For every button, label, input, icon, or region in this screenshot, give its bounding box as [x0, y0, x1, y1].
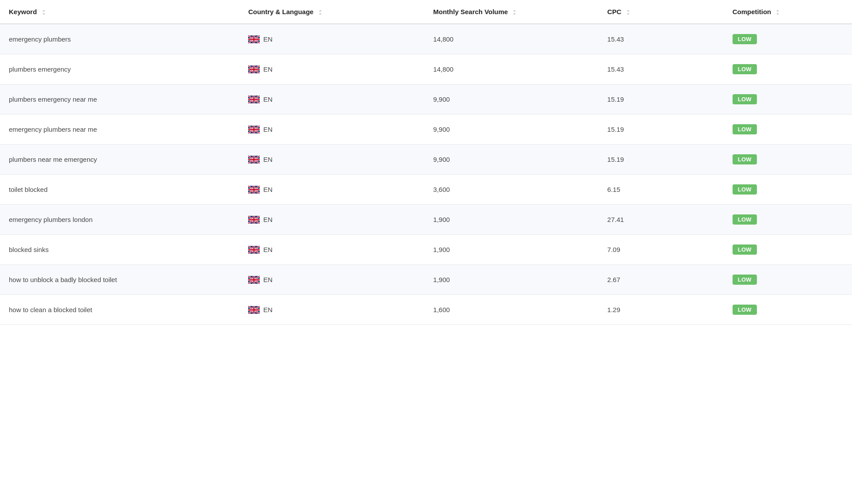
cell-cpc: 15.19 — [599, 84, 724, 115]
sort-icon-cpc[interactable] — [626, 9, 630, 15]
language-label: EN — [263, 216, 272, 223]
cell-keyword: toilet blocked — [0, 175, 239, 205]
cell-cpc: 7.09 — [599, 235, 724, 265]
cell-competition: Low — [724, 265, 852, 295]
competition-badge: Low — [733, 244, 757, 255]
cell-country: EN — [239, 265, 424, 295]
keywords-table: Keyword Country & Language — [0, 0, 852, 325]
cell-keyword: emergency plumbers near me — [0, 115, 239, 145]
cell-country: EN — [239, 115, 424, 145]
cell-keyword: plumbers near me emergency — [0, 145, 239, 175]
cell-country: EN — [239, 295, 424, 325]
table-body: emergency plumbers EN14,80015.43Lowplumb… — [0, 24, 852, 325]
competition-badge: Low — [733, 34, 757, 44]
sort-icon-country[interactable] — [318, 9, 322, 15]
table-row: plumbers emergency near me EN9,90015.19L… — [0, 84, 852, 115]
sort-icon-competition[interactable] — [775, 9, 780, 15]
cell-country: EN — [239, 145, 424, 175]
cell-keyword: plumbers emergency — [0, 54, 239, 84]
cell-cpc: 27.41 — [599, 205, 724, 235]
table-row: plumbers near me emergency EN9,90015.19L… — [0, 145, 852, 175]
competition-badge: Low — [733, 184, 757, 195]
competition-badge: Low — [733, 154, 757, 164]
table-row: emergency plumbers london EN1,90027.41Lo… — [0, 205, 852, 235]
header-competition-label: Competition — [733, 8, 771, 15]
competition-badge: Low — [733, 94, 757, 104]
table-row: toilet blocked EN3,6006.15Low — [0, 175, 852, 205]
cell-volume: 14,800 — [424, 24, 599, 54]
cell-cpc: 15.19 — [599, 145, 724, 175]
header-keyword[interactable]: Keyword — [0, 0, 239, 24]
language-label: EN — [263, 246, 272, 253]
header-competition[interactable]: Competition — [724, 0, 852, 24]
language-label: EN — [263, 126, 272, 133]
cell-competition: Low — [724, 175, 852, 205]
cell-cpc: 15.19 — [599, 115, 724, 145]
competition-badge: Low — [733, 305, 757, 315]
cell-cpc: 6.15 — [599, 175, 724, 205]
language-label: EN — [263, 35, 272, 43]
cell-competition: Low — [724, 145, 852, 175]
cell-keyword: emergency plumbers london — [0, 205, 239, 235]
cell-country: EN — [239, 54, 424, 84]
cell-cpc: 15.43 — [599, 24, 724, 54]
cell-volume: 14,800 — [424, 54, 599, 84]
table-container: Keyword Country & Language — [0, 0, 852, 504]
cell-country: EN — [239, 235, 424, 265]
header-country[interactable]: Country & Language — [239, 0, 424, 24]
cell-cpc: 2.67 — [599, 265, 724, 295]
header-cpc-label: CPC — [607, 8, 622, 15]
cell-keyword: blocked sinks — [0, 235, 239, 265]
header-country-label: Country & Language — [248, 8, 314, 15]
cell-keyword: emergency plumbers — [0, 24, 239, 54]
cell-cpc: 15.43 — [599, 54, 724, 84]
table-row: blocked sinks EN1,9007.09Low — [0, 235, 852, 265]
language-label: EN — [263, 186, 272, 193]
table-row: plumbers emergency EN14,80015.43Low — [0, 54, 852, 84]
cell-keyword: plumbers emergency near me — [0, 84, 239, 115]
table-row: emergency plumbers near me EN9,90015.19L… — [0, 115, 852, 145]
sort-icon-volume[interactable] — [512, 9, 517, 15]
cell-competition: Low — [724, 54, 852, 84]
cell-volume: 1,900 — [424, 235, 599, 265]
cell-volume: 1,900 — [424, 265, 599, 295]
language-label: EN — [263, 276, 272, 283]
cell-competition: Low — [724, 235, 852, 265]
cell-volume: 9,900 — [424, 115, 599, 145]
competition-badge: Low — [733, 275, 757, 285]
language-label: EN — [263, 65, 272, 73]
cell-cpc: 1.29 — [599, 295, 724, 325]
sort-icon-keyword[interactable] — [42, 9, 46, 15]
language-label: EN — [263, 306, 272, 313]
table-row: how to unblock a badly blocked toilet EN… — [0, 265, 852, 295]
cell-competition: Low — [724, 205, 852, 235]
competition-badge: Low — [733, 64, 757, 74]
cell-country: EN — [239, 24, 424, 54]
cell-volume: 9,900 — [424, 145, 599, 175]
language-label: EN — [263, 156, 272, 163]
cell-competition: Low — [724, 84, 852, 115]
cell-volume: 1,900 — [424, 205, 599, 235]
competition-badge: Low — [733, 124, 757, 134]
cell-volume: 9,900 — [424, 84, 599, 115]
cell-competition: Low — [724, 115, 852, 145]
header-volume-label: Monthly Search Volume — [433, 8, 508, 15]
cell-volume: 3,600 — [424, 175, 599, 205]
cell-country: EN — [239, 205, 424, 235]
language-label: EN — [263, 95, 272, 103]
cell-country: EN — [239, 175, 424, 205]
header-cpc[interactable]: CPC — [599, 0, 724, 24]
cell-keyword: how to unblock a badly blocked toilet — [0, 265, 239, 295]
header-keyword-label: Keyword — [9, 8, 37, 15]
cell-volume: 1,600 — [424, 295, 599, 325]
cell-competition: Low — [724, 24, 852, 54]
cell-keyword: how to clean a blocked toilet — [0, 295, 239, 325]
table-row: emergency plumbers EN14,80015.43Low — [0, 24, 852, 54]
cell-competition: Low — [724, 295, 852, 325]
header-volume[interactable]: Monthly Search Volume — [424, 0, 599, 24]
table-row: how to clean a blocked toilet EN1,6001.2… — [0, 295, 852, 325]
competition-badge: Low — [733, 214, 757, 225]
table-header-row: Keyword Country & Language — [0, 0, 852, 24]
cell-country: EN — [239, 84, 424, 115]
